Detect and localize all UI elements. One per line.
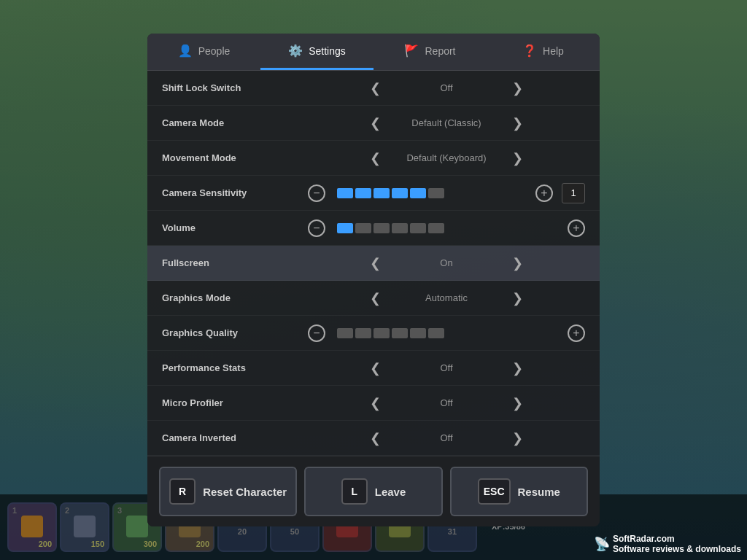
- row-graphics-mode: Graphics Mode ❮ Automatic ❯: [147, 281, 600, 316]
- fullscreen-label: Fullscreen: [162, 257, 308, 268]
- vol-seg-3: [392, 223, 408, 233]
- graphics-quality-control: − +: [308, 324, 585, 342]
- graphics-mode-left[interactable]: ❮: [364, 287, 387, 309]
- volume-plus[interactable]: +: [568, 219, 585, 237]
- micro-profiler-control: ❮ Off ❯: [308, 392, 585, 414]
- performance-stats-left[interactable]: ❮: [364, 357, 387, 379]
- fullscreen-left[interactable]: ❮: [364, 252, 387, 274]
- shift-lock-control: ❮ Off ❯: [308, 77, 585, 99]
- micro-profiler-right[interactable]: ❯: [506, 392, 529, 414]
- gq-seg-5: [428, 328, 444, 338]
- graphics-quality-plus[interactable]: +: [568, 324, 585, 342]
- graphics-mode-value: Automatic: [395, 292, 498, 303]
- movement-mode-left[interactable]: ❮: [364, 147, 387, 169]
- seg-4: [410, 188, 426, 198]
- softrador-name: SoftRadar.com: [613, 534, 741, 544]
- camera-mode-right[interactable]: ❯: [506, 112, 529, 134]
- camera-inverted-value: Off: [395, 432, 498, 443]
- graphics-quality-track: [337, 328, 556, 338]
- camera-sensitivity-number: 1: [562, 183, 585, 203]
- tab-report[interactable]: 🚩 Report: [374, 34, 487, 70]
- row-micro-profiler: Micro Profiler ❮ Off ❯: [147, 386, 600, 421]
- settings-modal: 👤 People ⚙️ Settings 🚩 Report ❓ Help Shi…: [147, 34, 600, 526]
- tab-report-label: Report: [425, 45, 455, 57]
- seg-5: [428, 188, 444, 198]
- gq-seg-1: [355, 328, 371, 338]
- camera-sensitivity-minus[interactable]: −: [308, 184, 325, 202]
- tab-people-label: People: [198, 45, 231, 57]
- modal-overlay: 👤 People ⚙️ Settings 🚩 Report ❓ Help Shi…: [0, 0, 747, 560]
- resume-key-badge: ESC: [478, 478, 511, 505]
- tab-settings-label: Settings: [309, 45, 346, 57]
- row-volume: Volume − +: [147, 211, 600, 246]
- row-graphics-quality: Graphics Quality − +: [147, 316, 600, 351]
- movement-mode-right[interactable]: ❯: [506, 147, 529, 169]
- tab-settings[interactable]: ⚙️ Settings: [260, 34, 374, 70]
- vol-seg-4: [410, 223, 426, 233]
- softradar-icon: 📡: [594, 536, 610, 552]
- camera-sensitivity-track: [337, 188, 524, 198]
- resume-label: Resume: [518, 486, 560, 498]
- graphics-mode-right[interactable]: ❯: [506, 287, 529, 309]
- camera-sensitivity-control: − + 1: [308, 183, 585, 203]
- micro-profiler-left[interactable]: ❮: [364, 392, 387, 414]
- row-camera-inverted: Camera Inverted ❮ Off ❯: [147, 421, 600, 456]
- row-fullscreen: Fullscreen ❮ On ❯: [147, 246, 600, 281]
- graphics-mode-label: Graphics Mode: [162, 292, 308, 303]
- fullscreen-value: On: [395, 257, 498, 268]
- row-camera-sensitivity: Camera Sensitivity − + 1: [147, 176, 600, 211]
- seg-2: [374, 188, 390, 198]
- action-bar: R Reset Character L Leave ESC Resume: [147, 456, 600, 526]
- volume-minus[interactable]: −: [308, 219, 325, 237]
- row-shift-lock: Shift Lock Switch ❮ Off ❯: [147, 71, 600, 106]
- people-icon: 👤: [178, 44, 193, 58]
- tab-help-label: Help: [543, 45, 564, 57]
- movement-mode-control: ❮ Default (Keyboard) ❯: [308, 147, 585, 169]
- reset-character-button[interactable]: R Reset Character: [159, 467, 297, 516]
- performance-stats-right[interactable]: ❯: [506, 357, 529, 379]
- tab-bar: 👤 People ⚙️ Settings 🚩 Report ❓ Help: [147, 34, 600, 71]
- settings-list: Shift Lock Switch ❮ Off ❯ Camera Mode ❮ …: [147, 71, 600, 456]
- graphics-quality-minus[interactable]: −: [308, 324, 325, 342]
- seg-3: [392, 188, 408, 198]
- performance-stats-control: ❮ Off ❯: [308, 357, 585, 379]
- report-icon: 🚩: [404, 44, 419, 58]
- reset-key-badge: R: [169, 478, 196, 505]
- row-performance-stats: Performance Stats ❮ Off ❯: [147, 351, 600, 386]
- vol-seg-0: [337, 223, 353, 233]
- camera-mode-left[interactable]: ❮: [364, 112, 387, 134]
- gq-seg-0: [337, 328, 353, 338]
- row-camera-mode: Camera Mode ❮ Default (Classic) ❯: [147, 106, 600, 141]
- graphics-quality-label: Graphics Quality: [162, 327, 308, 338]
- settings-icon: ⚙️: [288, 44, 303, 58]
- help-icon: ❓: [522, 44, 537, 58]
- shift-lock-value: Off: [395, 82, 498, 93]
- resume-button[interactable]: ESC Resume: [450, 467, 588, 516]
- camera-inverted-control: ❮ Off ❯: [308, 427, 585, 449]
- shift-lock-right[interactable]: ❯: [506, 77, 529, 99]
- softrador-sub: Software reviews & downloads: [613, 544, 741, 554]
- tab-help[interactable]: ❓ Help: [487, 34, 600, 70]
- camera-inverted-left[interactable]: ❮: [364, 427, 387, 449]
- leave-key-badge: L: [341, 478, 368, 505]
- watermark: 📡 SoftRadar.com Software reviews & downl…: [594, 534, 741, 554]
- seg-0: [337, 188, 353, 198]
- tab-people[interactable]: 👤 People: [147, 34, 260, 70]
- camera-sensitivity-plus[interactable]: +: [535, 184, 553, 202]
- graphics-mode-control: ❮ Automatic ❯: [308, 287, 585, 309]
- gq-seg-2: [374, 328, 390, 338]
- performance-stats-value: Off: [395, 362, 498, 373]
- camera-mode-label: Camera Mode: [162, 117, 308, 128]
- vol-seg-2: [374, 223, 390, 233]
- vol-seg-1: [355, 223, 371, 233]
- camera-mode-control: ❮ Default (Classic) ❯: [308, 112, 585, 134]
- gq-seg-3: [392, 328, 408, 338]
- volume-control: − +: [308, 219, 585, 237]
- shift-lock-label: Shift Lock Switch: [162, 82, 308, 93]
- micro-profiler-label: Micro Profiler: [162, 397, 308, 408]
- shift-lock-left[interactable]: ❮: [364, 77, 387, 99]
- fullscreen-right[interactable]: ❯: [506, 252, 529, 274]
- camera-inverted-right[interactable]: ❯: [506, 427, 529, 449]
- leave-button[interactable]: L Leave: [304, 467, 442, 516]
- fullscreen-control: ❮ On ❯: [308, 252, 585, 274]
